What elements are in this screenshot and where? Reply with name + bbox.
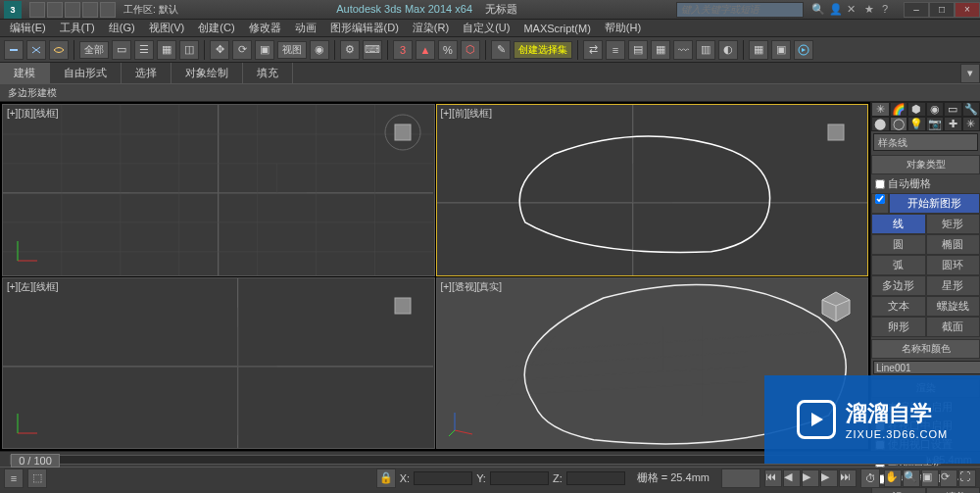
viewcube-icon[interactable] [383, 286, 422, 325]
help-icon[interactable]: ? [882, 3, 896, 17]
create-tab-icon[interactable]: ✳ [871, 102, 890, 117]
mirror-button[interactable]: ⇄ [583, 40, 603, 60]
x-input[interactable] [414, 471, 472, 485]
schematic-button[interactable]: ▥ [696, 40, 715, 60]
curve-editor-button[interactable]: 〰 [673, 40, 693, 60]
spinner-snap[interactable]: ⬡ [461, 40, 480, 60]
zoom-button[interactable]: 🔍 [903, 469, 920, 487]
menu-rendering[interactable]: 渲染(R) [407, 20, 455, 36]
scale-button[interactable]: ▣ [255, 40, 274, 60]
shape-arc-button[interactable]: 弧 [871, 255, 926, 275]
menu-views[interactable]: 视图(V) [143, 20, 191, 36]
shape-circle-button[interactable]: 圆 [871, 234, 926, 255]
render-setup-button[interactable]: ▦ [749, 40, 768, 60]
modify-tab-icon[interactable]: 🌈 [890, 102, 908, 117]
maxscript-listener-icon[interactable]: ≡ [4, 468, 24, 488]
pan-view-button[interactable]: ✋ [884, 469, 902, 487]
favorite-icon[interactable]: ★ [864, 3, 878, 17]
move-gizmo[interactable] [632, 164, 671, 203]
menu-maxscript[interactable]: MAXScript(M) [517, 22, 596, 35]
orbit-button[interactable]: ⟳ [940, 469, 957, 487]
keyboard-button[interactable]: ⌨ [363, 40, 382, 60]
autokey-button[interactable] [721, 468, 760, 488]
viewport-top[interactable]: [+][顶][线框] [2, 104, 435, 276]
viewcube-icon[interactable] [383, 113, 422, 152]
prev-frame-button[interactable]: ◀ [783, 469, 801, 487]
shape-donut-button[interactable]: 圆环 [926, 255, 981, 275]
shape-rectangle-button[interactable]: 矩形 [926, 214, 981, 234]
shape-section-button[interactable]: 截面 [926, 317, 981, 337]
menu-tools[interactable]: 工具(T) [54, 20, 101, 36]
undo-button[interactable] [82, 2, 98, 18]
play-button[interactable]: ▶ [802, 469, 819, 487]
viewcube-icon[interactable] [816, 113, 856, 152]
start-shape-checkbox[interactable] [875, 194, 885, 204]
shapes-icon[interactable]: ◯ [890, 117, 908, 131]
shape-ellipse-button[interactable]: 椭圆 [926, 234, 981, 255]
time-config-button[interactable]: ⏱ [860, 468, 880, 488]
rotate-button[interactable]: ⟳ [232, 40, 252, 60]
ribbon-toggle[interactable]: ▦ [651, 40, 670, 60]
shape-line-button[interactable]: 线 [871, 214, 926, 234]
lock-selection-icon[interactable]: 🔒 [376, 468, 396, 488]
unlink-button[interactable] [26, 40, 46, 60]
infocenter-icon[interactable]: 🔍 [811, 3, 825, 17]
object-name-input[interactable] [873, 361, 980, 374]
ref-coord-combo[interactable]: 视图 [277, 41, 307, 59]
redo-button[interactable] [100, 2, 116, 18]
helpers-icon[interactable]: ✚ [944, 117, 962, 131]
menu-modifiers[interactable]: 修改器 [243, 20, 287, 36]
shape-text-button[interactable]: 文本 [871, 296, 926, 317]
menu-create[interactable]: 创建(C) [192, 20, 240, 36]
window-crossing-button[interactable]: ◫ [179, 40, 199, 60]
viewcube-icon[interactable] [816, 286, 856, 325]
time-slider[interactable]: 0 / 100 [11, 454, 60, 468]
move-gizmo[interactable] [238, 326, 277, 366]
viewport-left[interactable]: [+][左][线框] [2, 277, 435, 450]
z-input[interactable] [566, 471, 625, 485]
goto-end-button[interactable]: ⏭ [839, 469, 857, 487]
systems-icon[interactable]: ✳ [962, 117, 981, 131]
hierarchy-tab-icon[interactable]: ⬢ [907, 102, 926, 117]
ribbon-tab-populate[interactable]: 填充 [243, 63, 293, 83]
rollout-object-type[interactable]: 对象类型 [871, 155, 980, 174]
viewport-label[interactable]: [+][左][线框] [7, 280, 59, 294]
viewport-label[interactable]: [+][顶][线框] [7, 107, 59, 121]
rollout-name-color[interactable]: 名称和颜色 [871, 339, 980, 359]
shape-ngon-button[interactable]: 多边形 [871, 275, 926, 296]
workspace-selector[interactable]: 工作区: 默认 [123, 3, 178, 17]
viewport-front[interactable]: [+][前][线框] [436, 104, 869, 276]
layer-button[interactable]: ▤ [628, 40, 648, 60]
named-selection-set[interactable]: 创建选择集 [514, 41, 572, 59]
prompt-icon[interactable]: ⬚ [27, 468, 47, 488]
material-editor-button[interactable]: ◐ [718, 40, 738, 60]
minimize-button[interactable]: – [904, 2, 929, 18]
geometry-icon[interactable]: ⬤ [871, 117, 890, 131]
move-gizmo[interactable] [277, 164, 307, 193]
ribbon-tab-objectpaint[interactable]: 对象绘制 [172, 63, 243, 83]
ribbon-tab-selection[interactable]: 选择 [122, 63, 172, 83]
exchange-icon[interactable]: ✕ [847, 3, 860, 17]
shape-star-button[interactable]: 星形 [926, 275, 981, 296]
shape-egg-button[interactable]: 卵形 [871, 317, 926, 337]
shape-helix-button[interactable]: 螺旋线 [926, 296, 981, 317]
select-button[interactable]: ▭ [112, 40, 131, 60]
y-input[interactable] [490, 471, 549, 485]
pivot-button[interactable]: ◉ [310, 40, 329, 60]
menu-animation[interactable]: 动画 [289, 20, 322, 36]
lights-icon[interactable]: 💡 [907, 117, 926, 131]
snap-toggle[interactable]: 3 [393, 40, 413, 60]
signin-icon[interactable]: 👤 [829, 3, 843, 17]
edit-selection-button[interactable]: ✎ [491, 40, 511, 60]
menu-grapheditors[interactable]: 图形编辑器(D) [324, 20, 405, 36]
viewport-label[interactable]: [+][透视][真实] [441, 280, 503, 294]
display-tab-icon[interactable]: ▭ [944, 102, 962, 117]
motion-tab-icon[interactable]: ◉ [926, 102, 945, 117]
ribbon-minimize-button[interactable]: ▾ [960, 64, 980, 83]
menu-help[interactable]: 帮助(H) [599, 20, 647, 36]
selection-filter[interactable]: 全部 [79, 41, 109, 59]
app-icon[interactable]: 3 [4, 1, 22, 19]
manipulate-button[interactable]: ⚙ [340, 40, 360, 60]
align-button[interactable]: ≡ [606, 40, 625, 60]
ribbon-tab-modeling[interactable]: 建模 [0, 63, 50, 83]
